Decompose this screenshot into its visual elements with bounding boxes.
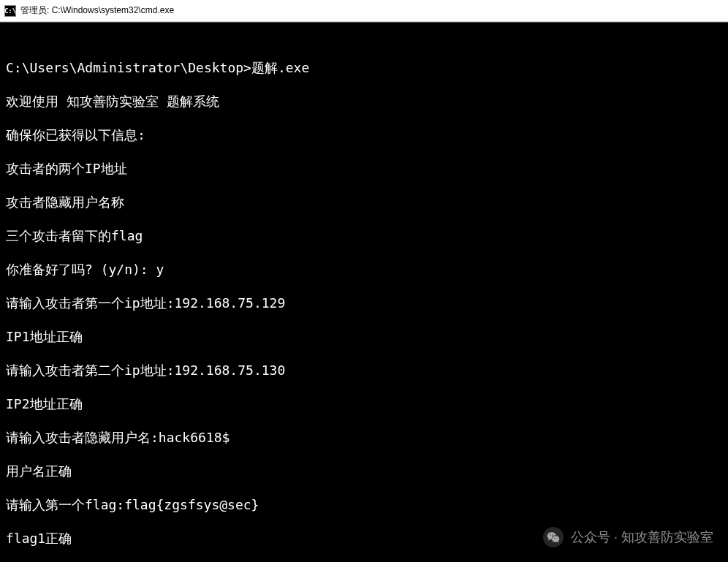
terminal-line: 请输入第一个flag:flag{zgsfsys@sec} bbox=[6, 496, 722, 513]
terminal-line: IP2地址正确 bbox=[6, 395, 722, 412]
terminal-line: 请输入攻击者第二个ip地址:192.168.75.130 bbox=[6, 362, 722, 379]
window-title: 管理员: C:\Windows\system32\cmd.exe bbox=[20, 4, 724, 17]
terminal-line: C:\Users\Administrator\Desktop>题解.exe bbox=[6, 59, 722, 76]
terminal-line: 欢迎使用 知攻善防实验室 题解系统 bbox=[6, 93, 722, 110]
window-title-bar[interactable]: C:\ 管理员: C:\Windows\system32\cmd.exe bbox=[0, 0, 728, 22]
terminal-line: IP1地址正确 bbox=[6, 328, 722, 345]
terminal-line: 请输入攻击者第一个ip地址:192.168.75.129 bbox=[6, 295, 722, 311]
terminal-area[interactable]: C:\Users\Administrator\Desktop>题解.exe 欢迎… bbox=[0, 22, 728, 562]
cmd-icon: C:\ bbox=[4, 5, 16, 17]
terminal-line: 攻击者的两个IP地址 bbox=[6, 160, 722, 177]
terminal-line: 用户名正确 bbox=[6, 463, 722, 479]
terminal-line: 请输入攻击者隐藏用户名:hack6618$ bbox=[6, 429, 722, 446]
terminal-line: 三个攻击者留下的flag bbox=[6, 227, 722, 244]
terminal-line: 攻击者隐藏用户名称 bbox=[6, 194, 722, 210]
terminal-line: 确保你已获得以下信息: bbox=[6, 126, 722, 143]
terminal-line: flag1正确 bbox=[6, 530, 722, 547]
terminal-line: 你准备好了吗? (y/n): y bbox=[6, 261, 722, 278]
